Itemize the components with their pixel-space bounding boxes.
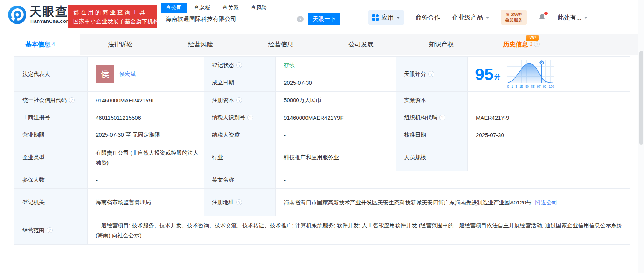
field-value-paid-capital: - (468, 92, 630, 109)
field-value-legal-rep: 侯 侯宏斌 (88, 57, 204, 92)
field-label-insured-num: 参保人数 (14, 171, 88, 189)
field-value-reg-address: 海南省海口市国家高新技术产业开发区美安生态科技新城美安四街广东海南先进制造业产业… (276, 189, 630, 216)
legal-rep-link[interactable]: 侯宏斌 (119, 71, 136, 78)
field-value-score[interactable]: 95 分 013 (468, 57, 630, 92)
tab-operation-info[interactable]: 经营信息 (241, 34, 321, 55)
chevron-down-icon (396, 17, 400, 19)
header-nav: 应用 商务合作 企业级产品 ♛SVIP 会员服务 (368, 10, 588, 25)
help-icon[interactable]: ? (69, 97, 75, 103)
divider (495, 15, 495, 20)
search-tab-company[interactable]: 查公司 (161, 3, 187, 13)
field-value-credit-code: 91460000MAER421Y9F (88, 92, 204, 109)
score-distribution-chart: 013 155085 9799100 (507, 60, 555, 88)
score-axis-ticks: 013 155085 9799100 (507, 85, 554, 88)
scrollbar-thumb[interactable] (639, 51, 643, 145)
tab-basic-info[interactable]: 基本信息 4 (0, 34, 80, 55)
field-label-industry: 行业 (204, 144, 276, 171)
field-label-reg-address: 注册地址? (204, 189, 276, 216)
slogan-banner: 都在用的商业查询工具 国家中小企业发展子基金旗下机构 (68, 5, 157, 28)
brand-name: 天眼查 (29, 5, 71, 18)
field-label-reg-status: 登记状态? (204, 57, 276, 74)
tab-operation-risk[interactable]: 经营风险 (160, 34, 241, 55)
field-label-staff-scale: 人员规模 (396, 144, 468, 171)
divider (532, 15, 532, 20)
notification-bell-icon[interactable] (538, 13, 546, 21)
field-label-establish-date: 成立日期 (204, 74, 276, 92)
brand-domain: TianYanCha.com (29, 18, 71, 24)
nav-enterprise-products[interactable]: 企业级产品 (452, 13, 489, 22)
chevron-down-icon (486, 17, 489, 19)
nearby-companies-link[interactable]: 附近公司 (535, 199, 558, 206)
search-tab-risk[interactable]: 查风险 (246, 3, 272, 13)
field-label-biz-scope: 经营范围? (14, 216, 88, 245)
apps-label: 应用 (381, 13, 394, 22)
tianyancha-company-page: 天眼查 TianYanCha.com 都在用的商业查询工具 国家中小企业发展子基… (0, 0, 644, 273)
field-label-legal-rep: 法定代表人 (14, 57, 88, 92)
status-badge: 存续 (284, 62, 295, 69)
crown-icon: ♛ (506, 12, 510, 17)
field-label-english-name: 英文名称 (204, 171, 276, 189)
field-value-reg-authority: 海南省市场监督管理局 (88, 189, 204, 216)
field-value-reg-no: 460115011215506 (88, 109, 204, 126)
field-label-reg-capital: 注册资本? (204, 92, 276, 109)
help-icon[interactable]: ? (428, 71, 434, 77)
tab-intellectual-property[interactable]: 知识产权 (401, 34, 481, 55)
field-value-approve-date: 2025-07-30 (468, 126, 630, 144)
svip-membership-button[interactable]: ♛SVIP 会员服务 (501, 10, 527, 25)
help-icon[interactable]: ? (236, 62, 242, 68)
tab-count: 2 (530, 41, 532, 47)
search-tab-boss[interactable]: 查老板 (189, 3, 215, 13)
field-value-taxpayer-no: 91460000MAER421Y9F (276, 109, 396, 126)
help-icon[interactable]: ? (247, 115, 253, 120)
field-value-biz-scope: 一般经营项目: 技术服务、技术开发、技术咨询、技术交流、技术转让、技术推广; 计… (88, 216, 630, 245)
search-tabs: 查公司 查老板 查关系 查风险 (161, 3, 340, 13)
score-unit: 分 (494, 73, 500, 81)
nav-business-cooperation[interactable]: 商务合作 (415, 13, 440, 22)
clear-search-icon[interactable]: ✕ (297, 16, 304, 22)
chevron-down-icon (584, 17, 588, 19)
slogan-line2: 国家中小企业发展子基金旗下机构 (73, 17, 152, 26)
tab-company-development[interactable]: 公司发展 (321, 34, 401, 55)
search-box: ✕ 天眼一下 (161, 13, 340, 25)
help-icon[interactable]: ? (236, 199, 242, 205)
section-tabbar: 基本信息 4 法律诉讼 经营风险 经营信息 公司发展 知识产权 VIP 历史信息… (0, 34, 644, 55)
field-label-reg-no: 工商注册号 (14, 109, 88, 126)
field-label-reg-authority: 登记机关 (14, 189, 88, 216)
user-menu[interactable]: 此处有... (558, 13, 588, 22)
help-icon[interactable]: ? (47, 227, 53, 233)
scrollbar[interactable] (638, 0, 644, 273)
field-value-taxpayer-quality: - (276, 126, 396, 144)
help-icon[interactable]: ? (439, 115, 445, 120)
apps-grid-icon (372, 14, 379, 21)
tab-history-info[interactable]: VIP 历史信息 2 ? (481, 34, 562, 55)
field-value-biz-term: 2025-07-30 至 无固定期限 (88, 126, 204, 144)
help-icon[interactable]: ? (236, 97, 242, 103)
field-value-industry: 科技推广和应用服务业 (276, 144, 396, 171)
divider (552, 15, 552, 20)
help-icon[interactable]: ? (534, 41, 540, 47)
field-label-biz-term: 营业期限 (14, 126, 88, 144)
basic-info-table: 法定代表人 侯 侯宏斌 登记状态? 存续 成立日期 2025-07-30 天眼评… (14, 56, 630, 245)
field-value-company-type: 有限责任公司 (非自然人投资或控股的法人独资) (88, 144, 204, 171)
field-label-company-type: 企业类型 (14, 144, 88, 171)
tab-legal-litigation[interactable]: 法律诉讼 (80, 34, 160, 55)
avatar[interactable]: 侯 (96, 65, 114, 83)
field-value-org-code: MAER421Y-9 (468, 109, 630, 126)
score-number: 95 (475, 66, 493, 83)
field-value-reg-status: 存续 (276, 57, 396, 74)
slogan-line1: 都在用的商业查询工具 (73, 8, 152, 17)
header: 天眼查 TianYanCha.com 都在用的商业查询工具 国家中小企业发展子基… (0, 0, 644, 34)
notification-dot (544, 12, 548, 15)
search-input[interactable] (161, 13, 308, 25)
vip-badge: VIP (526, 35, 539, 41)
field-value-insured-num: - (88, 171, 204, 189)
search-tab-relation[interactable]: 查关系 (217, 3, 244, 13)
search-button[interactable]: 天眼一下 (308, 13, 340, 25)
field-label-org-code: 组织机构代码? (396, 109, 468, 126)
field-label-taxpayer-no: 纳税人识别号? (204, 109, 276, 126)
field-value-reg-capital: 50000万人民币 (276, 92, 396, 109)
tianyancha-logo[interactable]: 天眼查 TianYanCha.com (8, 5, 71, 24)
field-value-english-name: - (276, 171, 630, 189)
field-value-staff-scale: - (468, 144, 630, 171)
apps-menu[interactable]: 应用 (368, 10, 404, 25)
